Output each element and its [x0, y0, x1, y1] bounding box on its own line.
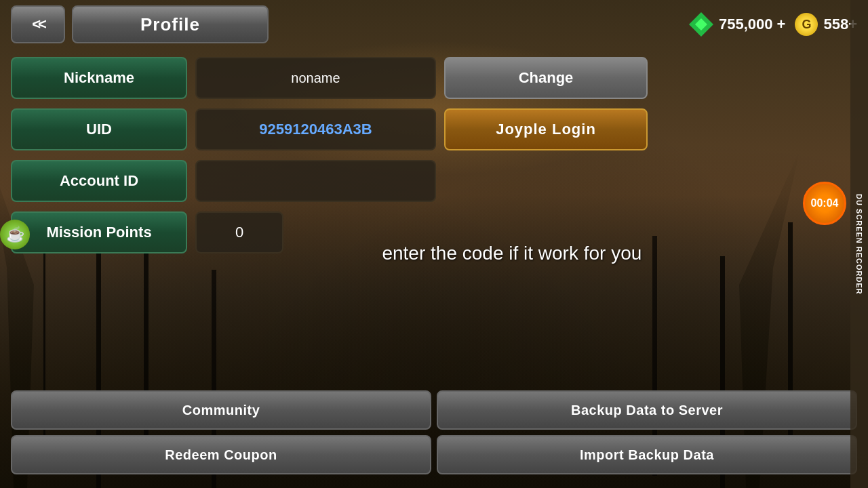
main-content: << Profile 755,000 + G 558+ Nickname non… [0, 0, 868, 488]
instruction-text: enter the code if it work for you [382, 243, 642, 264]
currency-area: 755,000 + G 558+ [689, 12, 857, 37]
cup-icon: ☕ [0, 220, 30, 249]
top-bar: << Profile 755,000 + G 558+ [11, 5, 857, 43]
nickname-value: noname [195, 57, 436, 99]
timer-value: 00:04 [811, 197, 839, 209]
community-button[interactable]: Community [11, 390, 431, 430]
back-button[interactable]: << [11, 5, 65, 43]
account-id-value [195, 160, 436, 202]
account-id-label: Account ID [11, 160, 187, 202]
mission-points-label: Mission Points [11, 211, 187, 253]
import-backup-button[interactable]: Import Backup Data [437, 435, 857, 474]
uid-row: UID 9259120463A3B Joyple Login [11, 108, 857, 150]
mission-points-value: 0 [195, 211, 283, 253]
cup-symbol: ☕ [6, 226, 24, 243]
backup-data-button[interactable]: Backup Data to Server [437, 390, 857, 430]
redeem-coupon-button[interactable]: Redeem Coupon [11, 435, 431, 474]
gold-icon: G [795, 13, 818, 36]
cash-amount: 755,000 + [719, 16, 785, 33]
timer-circle: 00:04 [803, 182, 846, 225]
diamond-icon [689, 12, 713, 37]
nickname-label: Nickname [11, 57, 187, 99]
profile-rows: Nickname noname Change UID 9259120463A3B… [11, 57, 857, 253]
du-recorder-label: DU SCREEN RECORDER [850, 0, 868, 488]
change-button[interactable]: Change [444, 57, 648, 99]
uid-value: 9259120463A3B [195, 108, 436, 150]
joyple-login-button[interactable]: Joyple Login [444, 108, 648, 150]
page-title: Profile [72, 5, 269, 43]
nickname-row: Nickname noname Change [11, 57, 857, 99]
account-id-row: Account ID [11, 160, 857, 202]
bottom-buttons: Community Backup Data to Server Redeem C… [11, 390, 857, 474]
left-icon: ☕ [0, 220, 30, 249]
uid-label: UID [11, 108, 187, 150]
